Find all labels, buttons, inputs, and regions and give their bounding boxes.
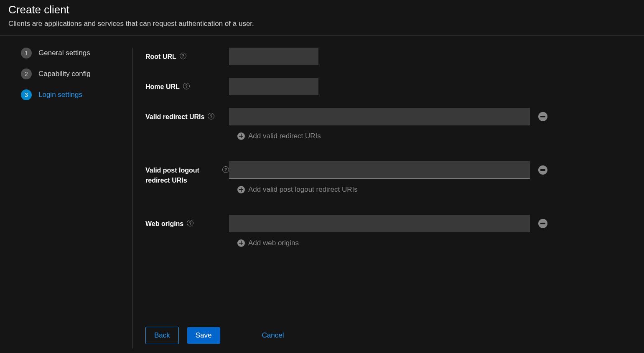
add-post-logout-uri-button[interactable]: Add valid post logout redirect URIs [237, 185, 560, 194]
wizard-steps-nav: 1 General settings 2 Capability config 3… [0, 48, 133, 348]
svg-rect-0 [540, 116, 545, 117]
help-icon[interactable]: ? [222, 166, 229, 173]
page-content: 1 General settings 2 Capability config 3… [0, 36, 644, 348]
step-label: General settings [38, 49, 90, 57]
step-number-badge: 1 [21, 48, 32, 58]
root-url-group: Root URL ? [145, 48, 560, 65]
web-origins-label: Web origins ? [145, 215, 229, 247]
remove-redirect-uri-button[interactable] [538, 112, 547, 121]
web-origin-input[interactable] [229, 215, 530, 232]
redirect-uri-input[interactable] [229, 108, 530, 125]
page-description: Clients are applications and services th… [8, 20, 636, 28]
help-icon[interactable]: ? [187, 220, 193, 226]
step-capability-config[interactable]: 2 Capability config [21, 69, 132, 79]
svg-rect-2 [540, 223, 545, 224]
remove-post-logout-uri-button[interactable] [538, 165, 547, 175]
help-icon[interactable]: ? [183, 83, 190, 89]
save-button[interactable]: Save [187, 327, 220, 344]
home-url-label: Home URL ? [145, 78, 229, 95]
form-actions: Back Save Cancel [145, 285, 560, 348]
redirect-uris-label: Valid redirect URIs ? [145, 108, 229, 140]
step-label: Capability config [38, 70, 91, 78]
login-settings-form: Root URL ? Home URL ? Valid redirect URI… [133, 48, 644, 348]
post-logout-uris-label: Valid post logout redirect URIs ? [145, 161, 229, 194]
back-button[interactable]: Back [145, 327, 179, 344]
web-origins-group: Web origins ? Add web origins [145, 215, 560, 247]
step-label: Login settings [38, 91, 82, 99]
help-icon[interactable]: ? [180, 53, 186, 59]
remove-web-origin-button[interactable] [538, 219, 547, 228]
redirect-uris-group: Valid redirect URIs ? Add valid redirect… [145, 108, 560, 140]
plus-icon [237, 132, 245, 140]
step-number-badge: 2 [21, 69, 32, 79]
post-logout-uris-group: Valid post logout redirect URIs ? Add va… [145, 161, 560, 194]
post-logout-uri-input[interactable] [229, 161, 530, 179]
cancel-button[interactable]: Cancel [254, 327, 293, 344]
step-number-badge: 3 [21, 89, 32, 100]
add-redirect-uri-button[interactable]: Add valid redirect URIs [237, 132, 560, 140]
root-url-input[interactable] [229, 48, 318, 65]
home-url-input[interactable] [229, 78, 318, 95]
minus-icon [540, 116, 545, 117]
page-header: Create client Clients are applications a… [0, 0, 644, 36]
page-title: Create client [8, 3, 636, 16]
svg-rect-1 [540, 169, 545, 171]
plus-icon [237, 239, 245, 247]
help-icon[interactable]: ? [208, 113, 214, 119]
root-url-label: Root URL ? [145, 48, 229, 65]
minus-icon [540, 169, 545, 171]
add-web-origin-button[interactable]: Add web origins [237, 239, 560, 247]
minus-icon [540, 223, 545, 224]
plus-icon [237, 186, 245, 193]
step-general-settings[interactable]: 1 General settings [21, 48, 132, 58]
home-url-group: Home URL ? [145, 78, 560, 95]
step-login-settings[interactable]: 3 Login settings [21, 89, 132, 100]
